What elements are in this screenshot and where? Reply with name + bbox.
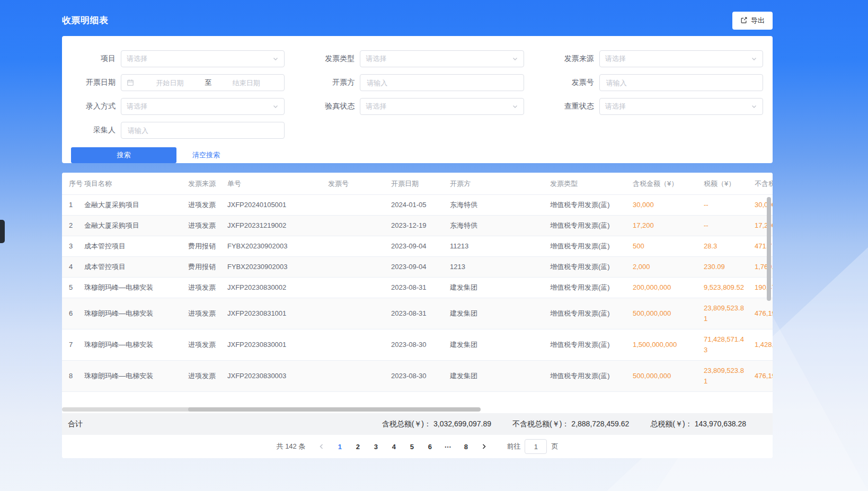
table-cell: 2023-08-30 — [391, 361, 450, 392]
side-drawer-handle[interactable] — [0, 220, 5, 243]
table-cell: 71,428,571.43 — [704, 329, 755, 361]
summary-total-label: 合计 — [68, 419, 83, 429]
table-cell: 建发集团 — [450, 298, 550, 329]
filter-daterange-invoice-date[interactable]: 至 — [121, 74, 285, 91]
filter-select-entry-method[interactable]: 请选择 — [121, 98, 285, 115]
table-cell: 7 — [62, 329, 84, 361]
table-cell: 进项发票 — [188, 216, 227, 236]
table-cell: -- — [704, 195, 755, 216]
filter-field-invoice-number: 发票号 — [550, 74, 763, 91]
table-cell — [328, 361, 391, 392]
filter-field-dup-check-status: 查重状态请选择 — [550, 98, 763, 115]
column-header: 税额（¥） — [704, 173, 755, 195]
table-cell: 5 — [62, 278, 84, 298]
summary-tax-excluded: 不含税总额(￥)：2,888,728,459.62 — [512, 419, 629, 429]
table-cell: 476,190,476.19 — [755, 298, 773, 329]
filter-input-collector[interactable] — [127, 126, 279, 135]
page-number-5[interactable]: 5 — [404, 439, 419, 454]
table-row: 2金融大厦采购项目进项发票JXFP202312190022023-12-19东海… — [62, 216, 773, 236]
filter-label-issuer: 开票方 — [310, 78, 355, 87]
filter-input-issuer[interactable] — [360, 74, 524, 91]
page-number-4[interactable]: 4 — [386, 439, 401, 454]
pager-more[interactable]: ··· — [440, 439, 455, 454]
table-cell: 500,000,000 — [633, 298, 704, 329]
pagination-total: 共 142 条 — [277, 442, 306, 451]
table-cell: 2024-01-05 — [391, 195, 450, 216]
filter-label-invoice-source: 发票来源 — [550, 54, 594, 64]
select-placeholder: 请选择 — [605, 102, 751, 111]
start-date-input[interactable] — [136, 78, 203, 87]
table-cell: 增值税专用发票(蓝) — [550, 278, 633, 298]
prev-page-button[interactable] — [314, 439, 329, 454]
table-row: 3成本管控项目费用报销FYBX202309020032023-09-041121… — [62, 236, 773, 257]
page-number-2[interactable]: 2 — [350, 439, 365, 454]
table-cell: 增值税专用发票(蓝) — [550, 216, 633, 236]
summary-tax-included: 含税总额(￥)：3,032,699,097.89 — [382, 419, 491, 429]
vertical-scrollbar-thumb[interactable] — [767, 197, 771, 301]
table-cell: 30,000 — [633, 195, 704, 216]
summary-total-tax: 总税额(￥)：143,970,638.28 — [650, 419, 746, 429]
table-cell: 8 — [62, 361, 84, 392]
goto-page-input[interactable] — [525, 439, 547, 454]
table-cell — [328, 257, 391, 278]
export-button[interactable]: 导出 — [732, 12, 773, 30]
end-date-input[interactable] — [212, 78, 280, 87]
filter-select-verify-status[interactable]: 请选择 — [360, 98, 524, 115]
table-cell: 23,809,523.81 — [704, 361, 755, 392]
filter-label-project: 项目 — [71, 54, 116, 64]
clear-search-button[interactable]: 清空搜索 — [189, 150, 223, 160]
search-button[interactable]: 搜索 — [71, 147, 176, 163]
filter-grid: 项目请选择发票类型请选择发票来源请选择开票日期至开票方发票号录入方式请选择验真状… — [71, 50, 763, 139]
table-cell: 2,000 — [633, 257, 704, 278]
goto-page: 前往 页 — [507, 439, 558, 454]
filter-input-issuer[interactable] — [366, 78, 518, 87]
table-cell: 成本管控项目 — [84, 257, 188, 278]
page-number-6[interactable]: 6 — [422, 439, 437, 454]
table-cell: 进项发票 — [188, 329, 227, 361]
table-body: 1金融大厦采购项目进项发票JXFP202401050012024-01-05东海… — [62, 195, 773, 392]
filter-label-verify-status: 验真状态 — [310, 102, 355, 111]
page-number-8[interactable]: 8 — [458, 439, 473, 454]
table-cell: 建发集团 — [450, 329, 550, 361]
filter-select-dup-check-status[interactable]: 请选择 — [599, 98, 763, 115]
filter-field-collector: 采集人 — [71, 122, 285, 139]
table-cell: 进项发票 — [188, 298, 227, 329]
table-cell: 费用报销 — [188, 257, 227, 278]
filter-field-entry-method: 录入方式请选择 — [71, 98, 285, 115]
table-row: 6珠穆朗玛峰—电梯安装进项发票JXFP202308310012023-08-31… — [62, 298, 773, 329]
column-header: 项目名称 — [84, 173, 188, 195]
chevron-down-icon — [272, 56, 279, 62]
table-cell: 珠穆朗玛峰—电梯安装 — [84, 278, 188, 298]
page-number-3[interactable]: 3 — [368, 439, 383, 454]
table-cell: 11213 — [450, 236, 550, 257]
filter-input-collector[interactable] — [121, 122, 285, 139]
next-page-button[interactable] — [476, 439, 491, 454]
horizontal-scrollbar-track — [62, 407, 194, 412]
invoice-table-card: 序号项目名称发票来源单号发票号开票日期开票方发票类型含税金额（¥）税额（¥）不含… — [62, 173, 773, 458]
page-number-1[interactable]: 1 — [332, 439, 347, 454]
table-cell: 进项发票 — [188, 278, 227, 298]
filter-select-invoice-type[interactable]: 请选择 — [360, 50, 524, 67]
calendar-icon — [127, 79, 134, 86]
export-icon — [740, 16, 748, 25]
table-cell: FYBX20230902003 — [227, 257, 328, 278]
column-header: 不含税金额（¥） — [755, 173, 773, 195]
goto-label: 前往 — [507, 442, 520, 451]
date-range-separator: 至 — [205, 78, 211, 87]
filter-select-invoice-source[interactable]: 请选择 — [599, 50, 763, 67]
column-header: 发票号 — [328, 173, 391, 195]
table-cell: 增值税专用发票(蓝) — [550, 361, 633, 392]
filter-select-project[interactable]: 请选择 — [121, 50, 285, 67]
table-cell: JXFP20240105001 — [227, 195, 328, 216]
table-cell: 东海特供 — [450, 195, 550, 216]
table-cell: FYBX20230902003 — [227, 236, 328, 257]
search-actions: 搜索 清空搜索 — [71, 147, 763, 163]
table-cell: 进项发票 — [188, 361, 227, 392]
table-cell: 2023-12-19 — [391, 216, 450, 236]
table-cell: JXFP20230831001 — [227, 298, 328, 329]
table-cell: 2023-08-31 — [391, 298, 450, 329]
filter-input-invoice-number[interactable] — [599, 74, 763, 91]
filter-input-invoice-number[interactable] — [605, 78, 757, 87]
horizontal-scrollbar-thumb[interactable] — [188, 407, 481, 412]
page-title: 收票明细表 — [62, 12, 109, 26]
